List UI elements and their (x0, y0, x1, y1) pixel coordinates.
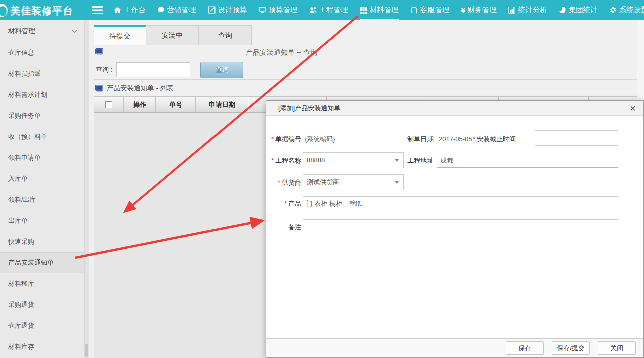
sidebar-item-material-request[interactable]: 领料申请单 (0, 147, 84, 168)
sidebar-item-material-demand-plan[interactable]: 材料需求计划 (0, 84, 84, 105)
sidebar-item-receive-material[interactable]: 收（预）料单 (0, 126, 84, 147)
sidebar: 材料管理 仓库信息 材料员指派 材料需求计划 采购任务单 收（预）料单 领料申请… (0, 20, 84, 358)
column-header-apply-date: 申请日期 (196, 97, 248, 112)
sidebar-item-warehouse-info[interactable]: 仓库信息 (0, 42, 84, 63)
nav-item-label: 系统设置 (619, 5, 644, 15)
sidebar-scrollbar-thumb[interactable] (85, 344, 88, 357)
column-header-order-no: 单号 (156, 97, 196, 112)
app-title: 美佳装修平台 (10, 4, 73, 18)
nav-item-material-mgmt[interactable]: 材料管理 (360, 0, 399, 20)
nav-item-workbench[interactable]: 工作台 (114, 0, 146, 20)
list-section-header: 产品安装通知单 - 列表 (94, 81, 637, 95)
sidebar-section-header[interactable]: 材料管理 (0, 20, 84, 42)
main-menu: 工作台 营销管理 设计预算 预算管理 工程管理 材料管理 客服管理 ¥ 财务管理 (114, 0, 644, 20)
product-input[interactable] (303, 196, 618, 211)
hamburger-menu-icon[interactable] (92, 6, 103, 16)
sidebar-item-pick-outbound[interactable]: 领料/出库 (0, 189, 84, 210)
chevron-down-icon (395, 181, 399, 184)
tab-installing[interactable]: 安装中 (146, 25, 199, 45)
nav-item-label: 材料管理 (370, 5, 399, 15)
project-name-select[interactable]: 88888 (303, 152, 404, 168)
query-input[interactable] (116, 62, 190, 77)
sidebar-item-inbound-order[interactable]: 入库单 (0, 168, 84, 189)
project-address-label: 工程地址 (407, 156, 434, 165)
query-button[interactable]: 查询 (200, 62, 243, 78)
nav-item-label: 财务管理 (468, 5, 497, 15)
make-date-field: 2017-05-05 (437, 132, 474, 146)
sidebar-item-quick-purchase[interactable]: 快速采购 (0, 231, 84, 252)
sidebar-item-material-transfer[interactable]: 材料移库 (0, 273, 84, 294)
logo-icon (0, 4, 8, 17)
nav-item-label: 集团统计 (569, 5, 598, 15)
dialog-body: *单据编号 {系统编码} 制单日期 2017-05-05 *安装截止时间 *工程… (266, 116, 643, 338)
dialog-header: [添加]产品安装通知单 × (266, 101, 643, 116)
nav-item-project-mgmt[interactable]: 工程管理 (309, 0, 348, 20)
dialog-title: [添加]产品安装通知单 (266, 101, 643, 116)
supplier-value: 测试供货商 (307, 178, 339, 186)
nav-item-label: 工程管理 (319, 5, 348, 15)
users-icon (309, 6, 317, 14)
remark-input[interactable] (303, 219, 618, 235)
query-section-title: 产品安装通知单 -- 查询 (246, 48, 317, 57)
nav-item-statistics[interactable]: 统计分析 (508, 0, 547, 20)
install-deadline-input[interactable] (535, 130, 618, 146)
query-toolbar: 查询 : 查询 (94, 60, 637, 80)
product-label: *产品 (266, 199, 301, 208)
required-mark: * (284, 200, 287, 207)
computer-icon (95, 48, 103, 57)
sidebar-item-purchase-task[interactable]: 采购任务单 (0, 105, 84, 126)
select-all-checkbox[interactable] (105, 101, 112, 108)
close-icon[interactable]: × (627, 101, 638, 115)
save-submit-button[interactable]: 保存/提交 (552, 341, 590, 355)
sidebar-scrollbar[interactable] (84, 20, 89, 358)
nav-item-label: 预算管理 (269, 5, 298, 15)
supplier-select[interactable]: 测试供货商 (303, 174, 404, 190)
home-icon (114, 6, 121, 14)
project-address-field[interactable]: 成都 (437, 153, 618, 168)
nav-item-finance-mgmt[interactable]: ¥ 财务管理 (461, 0, 497, 20)
project-name-label: *工程名称 (266, 156, 301, 165)
tab-bar: 待提交 安装中 查询 (94, 25, 252, 45)
edit-icon (208, 6, 216, 14)
monitor-icon (259, 6, 266, 14)
select-all-cell (94, 97, 124, 112)
nav-item-group-statistics[interactable]: 集团统计 (559, 0, 598, 20)
nav-item-marketing[interactable]: 营销管理 (157, 0, 196, 20)
remark-label: 备注 (266, 223, 301, 232)
nav-item-budget-mgmt[interactable]: 预算管理 (259, 0, 298, 20)
close-button[interactable]: 关闭 (598, 341, 636, 355)
headset-icon (410, 6, 418, 14)
tab-query[interactable]: 查询 (199, 25, 252, 45)
query-section-header: 产品安装通知单 -- 查询 (94, 45, 637, 59)
nav-item-label: 客服管理 (420, 5, 450, 15)
grid-icon (360, 6, 367, 14)
sidebar-item-material-stock[interactable]: 材料库存 (0, 336, 84, 357)
doc-no-field: {系统编码} (303, 132, 401, 146)
query-label: 查询 : (96, 65, 112, 74)
sidebar-item-product-install-notice[interactable]: 产品安装通知单 (0, 252, 84, 273)
project-name-value: 88888 (307, 156, 325, 164)
sidebar-item-material-staff[interactable]: 材料员指派 (0, 63, 84, 84)
list-section-title: 产品安装通知单 - 列表 (107, 84, 174, 93)
nav-item-design-budget[interactable]: 设计预算 (208, 0, 247, 20)
sidebar-item-purchase-return[interactable]: 采购退货 (0, 294, 84, 315)
sidebar-item-warehouse-return[interactable]: 仓库退货 (0, 315, 84, 336)
computer-icon (95, 85, 103, 92)
make-date-label: 制单日期 (407, 135, 434, 144)
nav-item-customer-service[interactable]: 客服管理 (410, 0, 450, 20)
required-mark: * (278, 179, 280, 186)
doc-no-label: *单据编号 (266, 135, 301, 144)
top-navigation-bar: 美佳装修平台 工作台 营销管理 设计预算 预算管理 工程管理 材料管理 (0, 0, 644, 20)
required-mark: * (271, 157, 274, 164)
nav-item-system-settings[interactable]: 系统设置 (609, 0, 644, 20)
sidebar-item-outbound-order[interactable]: 出库单 (0, 210, 84, 231)
save-button[interactable]: 保存 (506, 341, 544, 355)
add-product-install-notice-dialog: [添加]产品安装通知单 × *单据编号 {系统编码} 制单日期 2017-05-… (266, 100, 644, 358)
bar-chart-icon (508, 6, 516, 14)
nav-item-label: 统计分析 (518, 5, 547, 15)
chevron-down-icon (395, 159, 399, 162)
nav-item-label: 工作台 (124, 5, 146, 15)
required-mark: * (271, 135, 274, 143)
tab-pending-submit[interactable]: 待提交 (94, 25, 146, 45)
gear-icon (609, 6, 617, 14)
